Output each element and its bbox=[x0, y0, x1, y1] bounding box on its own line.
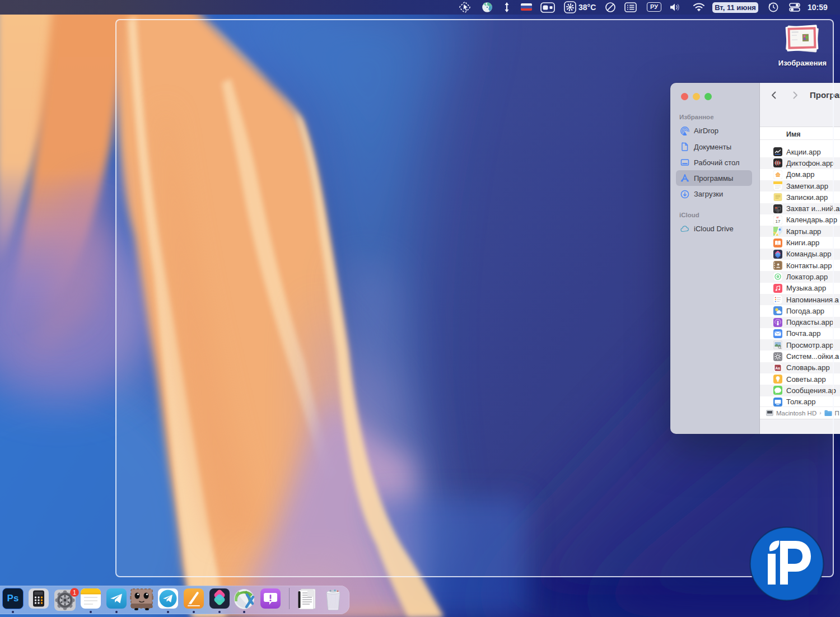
svg-text:1: 1 bbox=[73, 589, 76, 596]
